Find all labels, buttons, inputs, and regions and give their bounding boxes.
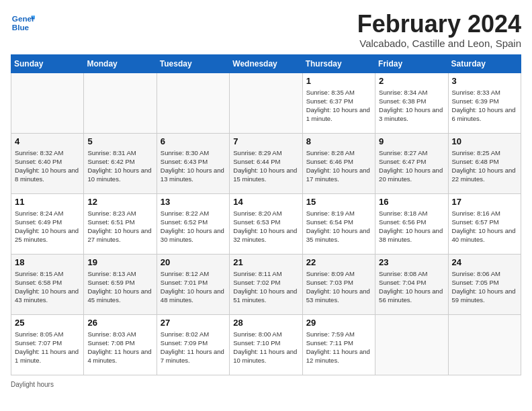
calendar-cell: 22Sunrise: 8:09 AM Sunset: 7:03 PM Dayli… [302, 254, 375, 314]
day-number: 7 [233, 136, 298, 146]
day-header: Saturday [448, 54, 521, 73]
day-number: 23 [379, 257, 444, 267]
day-number: 10 [452, 136, 517, 146]
day-number: 28 [233, 318, 298, 328]
calendar-cell [11, 73, 84, 133]
calendar-cell [375, 314, 448, 375]
cell-info: Sunrise: 8:34 AM Sunset: 6:38 PM Dayligh… [379, 88, 444, 124]
cell-info: Sunrise: 8:11 AM Sunset: 7:02 PM Dayligh… [233, 269, 298, 305]
day-header: Tuesday [157, 54, 229, 73]
footer-daylight: Daylight hours [11, 381, 521, 388]
cell-info: Sunrise: 8:32 AM Sunset: 6:40 PM Dayligh… [15, 148, 80, 184]
calendar-cell: 16Sunrise: 8:18 AM Sunset: 6:56 PM Dayli… [375, 193, 448, 254]
calendar-cell: 27Sunrise: 8:02 AM Sunset: 7:09 PM Dayli… [157, 314, 229, 375]
cell-info: Sunrise: 8:13 AM Sunset: 6:59 PM Dayligh… [87, 269, 152, 305]
cell-info: Sunrise: 8:08 AM Sunset: 7:04 PM Dayligh… [379, 269, 444, 305]
calendar-cell [157, 73, 229, 133]
calendar-cell: 21Sunrise: 8:11 AM Sunset: 7:02 PM Dayli… [230, 254, 302, 314]
cell-info: Sunrise: 8:24 AM Sunset: 6:49 PM Dayligh… [15, 209, 80, 244]
title-block: February 2024 Valcabado, Castille and Le… [357, 11, 521, 49]
cell-info: Sunrise: 8:30 AM Sunset: 6:43 PM Dayligh… [161, 148, 226, 184]
cell-info: Sunrise: 8:20 AM Sunset: 6:53 PM Dayligh… [233, 209, 298, 244]
day-number: 24 [452, 257, 517, 267]
day-number: 3 [452, 76, 517, 86]
calendar-cell: 25Sunrise: 8:05 AM Sunset: 7:07 PM Dayli… [11, 314, 84, 375]
calendar-cell: 7Sunrise: 8:29 AM Sunset: 6:44 PM Daylig… [230, 133, 302, 193]
cell-info: Sunrise: 8:22 AM Sunset: 6:52 PM Dayligh… [161, 209, 226, 244]
cell-info: Sunrise: 8:28 AM Sunset: 6:46 PM Dayligh… [306, 148, 371, 184]
page-header: General Blue February 2024 Valcabado, Ca… [11, 11, 521, 49]
logo: General Blue [11, 11, 35, 35]
calendar-cell: 17Sunrise: 8:16 AM Sunset: 6:57 PM Dayli… [448, 193, 521, 254]
day-number: 21 [233, 257, 298, 267]
day-number: 25 [15, 318, 80, 328]
calendar-cell: 24Sunrise: 8:06 AM Sunset: 7:05 PM Dayli… [448, 254, 521, 314]
cell-info: Sunrise: 8:12 AM Sunset: 7:01 PM Dayligh… [161, 269, 226, 305]
calendar-cell: 15Sunrise: 8:19 AM Sunset: 6:54 PM Dayli… [302, 193, 375, 254]
day-number: 13 [161, 197, 226, 207]
day-number: 27 [161, 318, 226, 328]
cell-info: Sunrise: 8:18 AM Sunset: 6:56 PM Dayligh… [379, 209, 444, 244]
day-number: 18 [15, 257, 80, 267]
day-header: Wednesday [230, 54, 302, 73]
calendar-cell: 13Sunrise: 8:22 AM Sunset: 6:52 PM Dayli… [157, 193, 229, 254]
calendar-table: SundayMondayTuesdayWednesdayThursdayFrid… [11, 54, 521, 375]
cell-info: Sunrise: 7:59 AM Sunset: 7:11 PM Dayligh… [306, 330, 371, 365]
calendar-cell: 8Sunrise: 8:28 AM Sunset: 6:46 PM Daylig… [302, 133, 375, 193]
day-number: 22 [306, 257, 371, 267]
calendar-cell: 3Sunrise: 8:33 AM Sunset: 6:39 PM Daylig… [448, 73, 521, 133]
calendar-cell: 26Sunrise: 8:03 AM Sunset: 7:08 PM Dayli… [84, 314, 157, 375]
cell-info: Sunrise: 8:23 AM Sunset: 6:51 PM Dayligh… [87, 209, 152, 244]
calendar-cell: 19Sunrise: 8:13 AM Sunset: 6:59 PM Dayli… [84, 254, 157, 314]
day-number: 20 [161, 257, 226, 267]
month-title: February 2024 [357, 11, 521, 38]
calendar-cell: 20Sunrise: 8:12 AM Sunset: 7:01 PM Dayli… [157, 254, 229, 314]
cell-info: Sunrise: 8:09 AM Sunset: 7:03 PM Dayligh… [306, 269, 371, 305]
cell-info: Sunrise: 8:15 AM Sunset: 6:58 PM Dayligh… [15, 269, 80, 305]
day-number: 19 [87, 257, 152, 267]
cell-info: Sunrise: 8:25 AM Sunset: 6:48 PM Dayligh… [452, 148, 517, 184]
calendar-cell: 4Sunrise: 8:32 AM Sunset: 6:40 PM Daylig… [11, 133, 84, 193]
cell-info: Sunrise: 8:31 AM Sunset: 6:42 PM Dayligh… [87, 148, 152, 184]
cell-info: Sunrise: 8:33 AM Sunset: 6:39 PM Dayligh… [452, 88, 517, 124]
logo-icon: General Blue [11, 11, 35, 35]
calendar-header: SundayMondayTuesdayWednesdayThursdayFrid… [11, 54, 521, 73]
cell-info: Sunrise: 8:05 AM Sunset: 7:07 PM Dayligh… [15, 330, 80, 365]
day-header: Thursday [302, 54, 375, 73]
calendar-cell: 23Sunrise: 8:08 AM Sunset: 7:04 PM Dayli… [375, 254, 448, 314]
calendar-cell [230, 73, 302, 133]
cell-info: Sunrise: 8:03 AM Sunset: 7:08 PM Dayligh… [87, 330, 152, 365]
day-header: Sunday [11, 54, 84, 73]
day-number: 8 [306, 136, 371, 146]
calendar-cell: 5Sunrise: 8:31 AM Sunset: 6:42 PM Daylig… [84, 133, 157, 193]
calendar-cell [448, 314, 521, 375]
day-number: 9 [379, 136, 444, 146]
cell-info: Sunrise: 8:27 AM Sunset: 6:47 PM Dayligh… [379, 148, 444, 184]
svg-text:Blue: Blue [12, 23, 30, 32]
day-number: 4 [15, 136, 80, 146]
cell-info: Sunrise: 8:35 AM Sunset: 6:37 PM Dayligh… [306, 88, 371, 124]
day-number: 5 [87, 136, 152, 146]
calendar-cell: 14Sunrise: 8:20 AM Sunset: 6:53 PM Dayli… [230, 193, 302, 254]
day-number: 26 [87, 318, 152, 328]
day-number: 1 [306, 76, 371, 86]
calendar-cell: 6Sunrise: 8:30 AM Sunset: 6:43 PM Daylig… [157, 133, 229, 193]
cell-info: Sunrise: 8:02 AM Sunset: 7:09 PM Dayligh… [161, 330, 226, 365]
cell-info: Sunrise: 8:19 AM Sunset: 6:54 PM Dayligh… [306, 209, 371, 244]
cell-info: Sunrise: 8:29 AM Sunset: 6:44 PM Dayligh… [233, 148, 298, 184]
calendar-cell: 11Sunrise: 8:24 AM Sunset: 6:49 PM Dayli… [11, 193, 84, 254]
calendar-cell: 1Sunrise: 8:35 AM Sunset: 6:37 PM Daylig… [302, 73, 375, 133]
day-number: 2 [379, 76, 444, 86]
day-number: 6 [161, 136, 226, 146]
calendar-cell: 2Sunrise: 8:34 AM Sunset: 6:38 PM Daylig… [375, 73, 448, 133]
calendar-cell [84, 73, 157, 133]
calendar-cell: 28Sunrise: 8:00 AM Sunset: 7:10 PM Dayli… [230, 314, 302, 375]
day-header: Monday [84, 54, 157, 73]
calendar-cell: 29Sunrise: 7:59 AM Sunset: 7:11 PM Dayli… [302, 314, 375, 375]
day-number: 12 [87, 197, 152, 207]
day-number: 29 [306, 318, 371, 328]
day-number: 16 [379, 197, 444, 207]
calendar-cell: 9Sunrise: 8:27 AM Sunset: 6:47 PM Daylig… [375, 133, 448, 193]
day-header: Friday [375, 54, 448, 73]
day-number: 15 [306, 197, 371, 207]
